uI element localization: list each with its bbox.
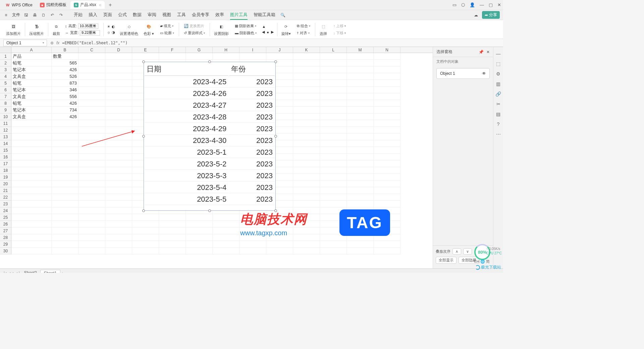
title-tab-2[interactable]: S产品.xlsx○ [70, 1, 105, 9]
tab-next-icon[interactable]: ▸ [13, 271, 15, 273]
nudge-center-icon[interactable]: ● [267, 30, 269, 34]
cell-F1[interactable] [159, 53, 186, 60]
resize-handle-bm[interactable] [208, 209, 211, 212]
cell-M25[interactable] [347, 214, 374, 221]
cell-C10[interactable] [78, 113, 105, 120]
cell-D8[interactable] [105, 100, 132, 107]
minimize-button[interactable]: — [480, 2, 484, 7]
cell-B27[interactable] [52, 228, 78, 234]
spreadsheet[interactable]: ABCDEFGHIJKLMN 1产品数量2铅笔5653笔记本4264文具盒526… [0, 47, 433, 268]
cell-K20[interactable] [293, 181, 320, 187]
col-header-E[interactable]: E [132, 47, 159, 53]
cell-N29[interactable] [374, 241, 400, 248]
cell-L6[interactable] [320, 87, 347, 93]
save-icon[interactable]: 🖫 [23, 12, 29, 18]
cell-K13[interactable] [293, 134, 320, 140]
cell-N14[interactable] [374, 140, 400, 147]
cell-D7[interactable] [105, 93, 132, 100]
panel-icon[interactable]: ▭ [452, 2, 457, 7]
cell-J28[interactable] [266, 234, 293, 241]
cell-C17[interactable] [78, 160, 105, 167]
pin-icon[interactable]: 📌 [479, 50, 484, 54]
cell-C24[interactable] [78, 207, 105, 214]
cell-B14[interactable] [52, 140, 78, 147]
cell-B25[interactable] [52, 214, 78, 221]
cell-B6[interactable]: 346 [52, 87, 78, 93]
col-header-I[interactable]: I [239, 47, 266, 53]
cell-K6[interactable] [293, 87, 320, 93]
cell-I25[interactable] [239, 214, 266, 221]
cell-K23[interactable] [293, 201, 320, 207]
cell-C26[interactable] [78, 221, 105, 228]
move-up-button[interactable]: ↑上移▾ [332, 23, 347, 29]
reset-style-button[interactable]: ↺重设样式▾ [182, 30, 206, 36]
sheet-tab-Sheet1[interactable]: Sheet1 [40, 270, 60, 273]
col-header-C[interactable]: C [78, 47, 105, 53]
fill-button[interactable]: ▰填充▾ [159, 23, 175, 29]
cell-B1[interactable]: 数量 [52, 53, 78, 60]
col-header-B[interactable]: B [52, 47, 78, 53]
cell-A24[interactable] [11, 207, 52, 214]
menu-tab-智能工具箱[interactable]: 智能工具箱 [254, 10, 275, 20]
row-header-7[interactable]: 7 [0, 93, 11, 100]
cell-L15[interactable] [320, 147, 347, 154]
cell-M8[interactable] [347, 100, 374, 107]
cell-F30[interactable] [159, 248, 186, 254]
cell-D29[interactable] [105, 241, 132, 248]
undo-icon[interactable]: ↶ [50, 12, 55, 18]
cell-N3[interactable] [374, 66, 400, 73]
cell-C28[interactable] [78, 234, 105, 241]
tab-first-icon[interactable]: |◂ [4, 271, 7, 273]
cell-K18[interactable] [293, 167, 320, 174]
col-header-L[interactable]: L [320, 47, 347, 53]
cell-M13[interactable] [347, 134, 374, 140]
cell-B20[interactable] [52, 181, 78, 187]
menu-tab-图片工具[interactable]: 图片工具 [230, 10, 248, 20]
menu-tab-页面[interactable]: 页面 [103, 10, 112, 20]
compress-button[interactable]: 🗜压缩图片 [26, 22, 47, 36]
cell-D28[interactable] [105, 234, 132, 241]
cell-C3[interactable] [78, 66, 105, 73]
cell-L23[interactable] [320, 201, 347, 207]
cell-N16[interactable] [374, 154, 400, 160]
file-menu[interactable]: 文件 [12, 12, 20, 18]
cell-C27[interactable] [78, 228, 105, 234]
nudge-left-icon[interactable]: ◀ [262, 30, 265, 34]
cell-C18[interactable] [78, 167, 105, 174]
cell-A22[interactable] [11, 194, 52, 201]
cell-L1[interactable] [320, 53, 347, 60]
resize-handle-bl[interactable] [142, 209, 145, 212]
shadow-color-button[interactable]: ▬阴影颜色▾ [233, 30, 258, 36]
cell-H26[interactable] [213, 221, 239, 228]
cell-M27[interactable] [347, 228, 374, 234]
cell-E28[interactable] [132, 234, 159, 241]
cell-M3[interactable] [347, 66, 374, 73]
cell-E30[interactable] [132, 248, 159, 254]
cell-B8[interactable]: 426 [52, 100, 78, 107]
cell-E29[interactable] [132, 241, 159, 248]
stack-up-button[interactable]: ∧ [452, 248, 461, 255]
height-input[interactable] [78, 23, 98, 29]
col-header-H[interactable]: H [213, 47, 239, 53]
cell-K9[interactable] [293, 107, 320, 113]
menu-tab-数据[interactable]: 数据 [133, 10, 142, 20]
cell-N17[interactable] [374, 160, 400, 167]
cell-A28[interactable] [11, 234, 52, 241]
cell-L2[interactable] [320, 60, 347, 66]
cell-J27[interactable] [266, 228, 293, 234]
cell-K17[interactable] [293, 160, 320, 167]
menu-tab-视图[interactable]: 视图 [162, 10, 171, 20]
cell-M23[interactable] [347, 201, 374, 207]
cell-D17[interactable] [105, 160, 132, 167]
resize-handle-br[interactable] [274, 209, 277, 212]
brightness-icon[interactable]: ☀ [107, 24, 110, 29]
cell-B18[interactable] [52, 167, 78, 174]
select-button[interactable]: ⬚选择 [317, 22, 330, 36]
cell-L19[interactable] [320, 174, 347, 181]
cell-N13[interactable] [374, 134, 400, 140]
cell-B16[interactable] [52, 154, 78, 160]
cell-I1[interactable] [239, 53, 266, 60]
cell-K22[interactable] [293, 194, 320, 201]
cell-C11[interactable] [78, 120, 105, 127]
cell-A23[interactable] [11, 201, 52, 207]
